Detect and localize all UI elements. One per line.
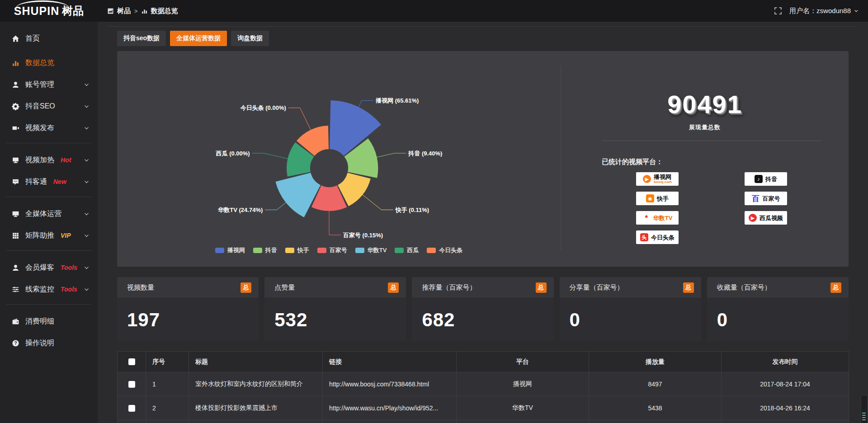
chevron-down-icon: [84, 179, 90, 185]
stat-card-body: 197: [117, 298, 259, 341]
tab-douyin-seo-data[interactable]: 抖音seo数据: [117, 31, 166, 46]
row-checkbox[interactable]: [128, 381, 135, 388]
breadcrumb-root-icon: [108, 8, 113, 14]
platforms-title: 已统计的视频平台：: [602, 158, 663, 166]
boosj-icon: ▶: [643, 175, 651, 183]
sidebar-item-member-burst[interactable]: 会员爆客Tools: [0, 261, 98, 274]
pie-label-line: [360, 193, 393, 210]
cell-url-link[interactable]: http://www.wasu.cn/Play/show/id/952...: [323, 396, 457, 420]
legend-item-抖音[interactable]: 抖音: [253, 246, 277, 254]
stat-card-value: 0: [717, 309, 728, 331]
table-row-partial: [118, 420, 849, 423]
pie-label: 今日头条 (0.00%): [240, 104, 286, 111]
column-header-1: 标题: [189, 352, 323, 372]
cell-time: 2018-04-26 16:24: [722, 396, 849, 420]
stat-card-body: 532: [264, 298, 406, 341]
pie-label: 抖音 (9.40%): [408, 150, 442, 157]
sidebar-item-omnimedia-operation[interactable]: 全媒体运营: [0, 207, 98, 221]
pie-slice-华数TV[interactable]: [275, 173, 321, 217]
chat-icon: [12, 178, 19, 186]
chevron-down-icon: [84, 103, 90, 109]
douyin-icon: ♪: [755, 175, 763, 183]
stat-card-1: 点赞量总532: [264, 277, 406, 341]
fullscreen-icon[interactable]: [774, 7, 782, 15]
column-header-5: 发布时间: [722, 352, 849, 372]
stub-cell: [457, 420, 589, 423]
total-badge: 总: [536, 282, 547, 293]
sidebar-item-account-management[interactable]: 账号管理: [0, 78, 98, 91]
sidebar-item-clue-monitor[interactable]: 线索监控Tools: [0, 282, 98, 296]
tab-inquiry-data[interactable]: 询盘数据: [231, 31, 269, 46]
sidebar-item-label: 数据总览: [25, 58, 54, 68]
sidebar-item-label: 线索监控: [25, 285, 54, 294]
column-header-4: 播放量: [589, 352, 722, 372]
sidebar-item-matrix-boost[interactable]: 矩阵助推VIP: [0, 229, 98, 242]
cell-title-link[interactable]: 楼体投影灯投影效果震撼上市: [189, 396, 323, 420]
legend-item-华数TV[interactable]: 华数TV: [355, 246, 387, 254]
person-icon: [12, 264, 19, 272]
sidebar-item-douyin-seo[interactable]: 抖音SEO: [0, 99, 98, 113]
legend-item-快手[interactable]: 快手: [285, 246, 309, 254]
sidebar-item-label: 操作说明: [25, 338, 54, 348]
sidebar-item-douketong[interactable]: 抖客通New: [0, 175, 98, 188]
sidebar-item-label: 会员爆客: [25, 263, 54, 273]
stat-card-3: 分享量（百家号）总0: [560, 277, 701, 341]
app-logo[interactable]: SHUPIN 树品: [0, 4, 98, 18]
platform-badge-华数TV: *华数TV: [636, 211, 679, 225]
username-label: 用户名：zswodun88: [789, 7, 851, 15]
sidebar-item-video-heating[interactable]: 视频加热Hot: [0, 153, 98, 167]
stat-card-value: 682: [422, 309, 455, 331]
widget-stripes-icon: [862, 413, 866, 422]
stat-card-value: 197: [127, 309, 160, 331]
gear-icon: [12, 103, 19, 110]
wallet-icon: [12, 318, 19, 325]
breadcrumb-chart-icon: [142, 8, 147, 14]
stat-card-title: 推荐量（百家号）: [422, 283, 476, 292]
pie-label: 西瓜 (0.00%): [216, 150, 250, 157]
legend-item-百家号[interactable]: 百家号: [317, 246, 347, 254]
total-badge: 总: [388, 282, 399, 293]
stat-card-0: 视频数量总197: [117, 277, 259, 341]
summary-divider: [602, 141, 821, 141]
legend-item-西瓜[interactable]: 西瓜: [395, 246, 419, 254]
platform-name-wrap: 快手: [657, 196, 669, 202]
legend-swatch: [427, 248, 436, 253]
platform-name-wrap: 华数TV: [653, 215, 673, 221]
stat-card-value: 532: [274, 309, 307, 331]
stub-cell: [118, 420, 146, 423]
tab-omnimedia-data[interactable]: 全媒体运营数据: [170, 31, 227, 46]
select-all-checkbox[interactable]: [128, 358, 135, 365]
sidebar-item-consumption-detail[interactable]: 消费明细: [0, 315, 98, 328]
floating-widget[interactable]: [861, 395, 868, 423]
user-menu[interactable]: 用户名：zswodun88: [789, 7, 859, 15]
sidebar-item-data-overview[interactable]: 数据总览: [0, 56, 98, 70]
pie-label: 百家号 (0.15%): [343, 232, 383, 239]
cell-url-link[interactable]: http://www.boosj.com/7338468.html: [323, 372, 457, 396]
legend-item-播视网[interactable]: 播视网: [215, 246, 245, 254]
cell-title-link[interactable]: 室外水纹灯和室内水纹灯的区别和简介: [189, 372, 323, 396]
sidebar-item-operation-guide[interactable]: ?操作说明: [0, 336, 98, 350]
platform-name: 抖音: [765, 176, 777, 182]
toutiao-icon: 头: [640, 233, 648, 241]
question-icon: ?: [12, 339, 19, 347]
chart-legend: 播视网抖音快手百家号华数TV西瓜今日头条: [117, 246, 561, 254]
cell-plays: 5438: [589, 396, 722, 420]
monitor-icon: [12, 210, 19, 218]
pie-label-line: [288, 108, 312, 133]
legend-label: 抖音: [265, 246, 277, 254]
sidebar-item-badge: Tools: [61, 286, 77, 293]
platform-name-wrap: 抖音: [765, 176, 777, 182]
sidebar-item-home[interactable]: 首页: [0, 32, 98, 45]
legend-item-今日头条[interactable]: 今日头条: [427, 246, 462, 254]
breadcrumb-root[interactable]: 树品: [117, 7, 131, 15]
sliders-icon: [12, 286, 19, 293]
breadcrumb-current[interactable]: 数据总览: [151, 7, 178, 15]
platform-name: 华数TV: [653, 215, 673, 221]
total-impressions-label: 展现量总数: [561, 123, 849, 132]
row-checkbox[interactable]: [128, 405, 135, 412]
sidebar-divider: [6, 197, 91, 197]
sidebar-item-video-publish[interactable]: 视频发布: [0, 121, 98, 135]
stat-card-header: 分享量（百家号）总: [560, 277, 701, 298]
chevron-down-icon: [84, 125, 90, 131]
sidebar-item-label: 矩阵助推: [25, 231, 54, 240]
